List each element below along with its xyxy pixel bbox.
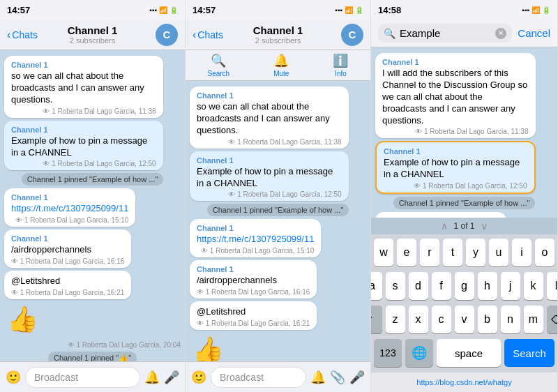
search-input-wrap[interactable]: 🔍 Example ✕ — [378, 24, 512, 43]
key-r[interactable]: r — [420, 239, 439, 266]
key-l[interactable]: l — [547, 272, 559, 300]
info-icon: ℹ️ — [333, 53, 348, 68]
search-clear-icon[interactable]: ✕ — [495, 28, 506, 39]
num-key[interactable]: 123 — [374, 339, 402, 367]
p3-t1: I will add the subscribers of this Chann… — [382, 68, 529, 126]
p2-t4: /airdropperchannels — [197, 275, 310, 287]
pag-down-icon[interactable]: ∨ — [481, 220, 488, 232]
signal-icon-2: ▪▪▪ — [335, 6, 342, 14]
key-h[interactable]: h — [478, 272, 497, 300]
back-label-2: Chats — [197, 29, 223, 40]
key-x[interactable]: x — [409, 306, 428, 333]
signal-icon-3: ▪▪▪ — [522, 6, 529, 14]
key-b[interactable]: b — [478, 306, 497, 333]
nav-subtitle-1: 2 subscribers — [68, 36, 118, 45]
cancel-button[interactable]: Cancel — [518, 27, 550, 39]
wifi-icon-3: 📶 — [531, 6, 540, 14]
bell-icon-2[interactable]: 🔔 — [310, 370, 326, 385]
key-z[interactable]: z — [386, 306, 405, 333]
key-u[interactable]: u — [489, 239, 508, 266]
p2-message-3: Channel 1 https://t.me/c/1307925099/11 👁… — [190, 219, 321, 257]
nav-title-2: Channel 1 — [253, 24, 303, 36]
msg-text-3: https://t.me/c/1307925099/11 — [11, 203, 128, 215]
back-button-2[interactable]: ‹ Chats — [193, 29, 223, 41]
p3-message-1: Channel 1 I will add the subscribers of … — [375, 53, 536, 138]
key-k[interactable]: k — [524, 272, 543, 300]
back-button-1[interactable]: ‹ Chats — [7, 29, 38, 41]
mic-icon-2[interactable]: 🎤 — [349, 370, 365, 385]
key-j[interactable]: j — [501, 272, 520, 300]
msg-text-4: /airdropperchannels — [11, 244, 124, 256]
msg-wrapper-3: Channel 1 https://t.me/c/1307925099/11 👁… — [4, 188, 181, 227]
p2-m5: 👁 1 Roberta Dal Lago Garcia, 16:21 — [197, 319, 310, 327]
key-w[interactable]: w — [374, 239, 393, 266]
search-toolbar-btn[interactable]: 🔍 Search — [208, 53, 230, 77]
mute-toolbar-btn[interactable]: 🔔 Mute — [273, 53, 289, 77]
msg-text: so we can all chat about the broadcasts … — [11, 70, 156, 106]
key-y[interactable]: y — [466, 239, 485, 266]
bottom-input-1: 🙂 Broadcast 🔔 🎤 — [0, 361, 185, 392]
mic-icon[interactable]: 🎤 — [164, 370, 179, 385]
p2-msg-w1: Channel 1 so we can all chat about the b… — [190, 86, 366, 149]
key-f[interactable]: f — [432, 272, 451, 300]
globe-key[interactable]: 🌐 — [405, 339, 433, 367]
messages-area-3[interactable]: Channel 1 I will add the subscribers of … — [371, 47, 557, 218]
key-row-3: ⇧ z x c v b n m ⌫ — [374, 306, 555, 333]
key-e[interactable]: e — [397, 239, 416, 266]
broadcast-input-2[interactable]: Broadcast — [211, 367, 306, 388]
shift-key[interactable]: ⇧ — [371, 306, 382, 333]
wifi-icon-2: 📶 — [345, 6, 353, 14]
key-g[interactable]: g — [455, 272, 474, 300]
p3-sys1: Channel 1 pinned "Example of how ..." — [393, 197, 536, 209]
channel-name-2: Channel 1 — [11, 126, 156, 134]
emoji-input-icon[interactable]: 🙂 — [6, 370, 21, 385]
msg-wrapper-5: @Letitshred 👁 1 Roberta Dal Lago Garcia,… — [4, 271, 181, 299]
nav-center-1: Channel 1 2 subscribers — [68, 24, 118, 45]
key-v[interactable]: v — [455, 306, 474, 333]
status-bar-1: 14:57 ▪▪▪ 📶 🔋 — [0, 0, 185, 20]
p2-e2: 👁 1 Roberta Dal Lago Garcia, 12:50 — [228, 190, 341, 198]
avatar-1[interactable]: C — [156, 24, 178, 46]
pagination-bar: ∧ 1 of 1 ∨ — [371, 218, 557, 234]
key-t[interactable]: t — [443, 239, 462, 266]
p2-msg-w5: @Letitshred 👁 1 Roberta Dal Lago Garcia,… — [190, 301, 366, 330]
key-s[interactable]: s — [386, 272, 405, 300]
backspace-key[interactable]: ⌫ — [547, 306, 559, 333]
p2-e1: 👁 1 Roberta Dal Lago Garcia, 11:38 — [228, 138, 341, 146]
messages-area-1[interactable]: Channel 1 so we can all chat about the b… — [0, 50, 185, 361]
message-2: Channel 1 Example of how to pin a messag… — [4, 121, 163, 171]
p2-msg-w2: Channel 1 Example of how to pin a messag… — [190, 151, 366, 202]
channel-name-3: Channel 1 — [11, 193, 128, 202]
message-1: Channel 1 so we can all chat about the b… — [4, 56, 163, 118]
msg-meta-2: 👁 1 Roberta Dal Lago Garcia, 12:50 — [11, 160, 156, 167]
key-n[interactable]: n — [501, 306, 520, 333]
search-key[interactable]: Search — [504, 339, 555, 367]
key-a[interactable]: a — [371, 272, 382, 300]
msg-text-2: Example of how to pin a message in a CHA… — [11, 135, 156, 159]
search-input-text[interactable]: Example — [400, 27, 491, 39]
attach-icon[interactable]: 📎 — [330, 370, 345, 385]
pag-up-icon[interactable]: ∧ — [441, 220, 448, 232]
avatar-2[interactable]: C — [341, 24, 363, 46]
message-4: Channel 1 /airdropperchannels 👁 1 Robert… — [4, 229, 131, 268]
messages-area-2[interactable]: Channel 1 so we can all chat about the b… — [186, 81, 370, 361]
emoji-icon-2[interactable]: 🙂 — [191, 370, 206, 385]
key-i[interactable]: i — [512, 239, 531, 266]
broadcast-input-1[interactable]: Broadcast — [25, 367, 140, 388]
p2-t1: so we can all chat about the broadcasts … — [197, 101, 342, 137]
space-key[interactable]: space — [437, 339, 501, 367]
p2-emoji-w: 👍 ↩ — [190, 333, 366, 361]
bell-icon[interactable]: 🔔 — [144, 370, 160, 385]
p2-emoji: 👍 — [190, 333, 227, 361]
battery-icon-2: 🔋 — [355, 6, 363, 14]
msg-wrapper-6: 👍 ↩ — [4, 302, 181, 337]
key-c[interactable]: c — [432, 306, 451, 333]
key-m[interactable]: m — [524, 306, 543, 333]
p2-message-1: Channel 1 so we can all chat about the b… — [190, 86, 349, 149]
chevron-icon-2: ‹ — [193, 29, 196, 41]
signal-icon: ▪▪▪ — [149, 6, 157, 14]
key-d[interactable]: d — [409, 272, 428, 300]
p2-m2: 👁 1 Roberta Dal Lago Garcia, 12:50 — [197, 190, 342, 198]
key-o[interactable]: o — [535, 239, 555, 266]
info-toolbar-btn[interactable]: ℹ️ Info — [333, 53, 348, 77]
